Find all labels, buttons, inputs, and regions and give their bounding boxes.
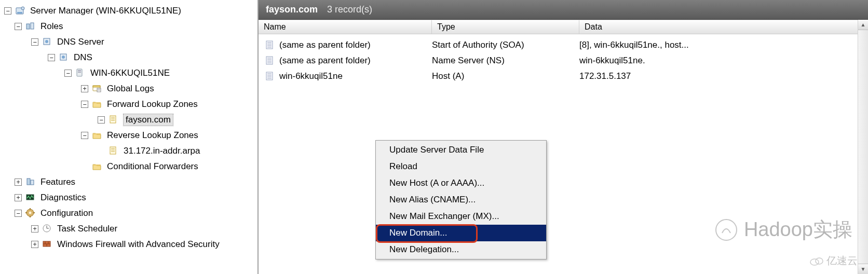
context-menu-item[interactable]: New Mail Exchanger (MX)...	[376, 208, 546, 225]
features-icon	[25, 176, 36, 188]
record-name: (same as parent folder)	[279, 40, 432, 50]
column-headers: Name Type Data	[259, 20, 868, 34]
watermark-main: Hadoop实操	[715, 216, 852, 243]
scroll-down-button[interactable]: ▼	[858, 264, 868, 274]
context-menu-item[interactable]: New Delegation...	[376, 241, 546, 258]
record-icon	[264, 54, 276, 67]
expand-icon[interactable]: +	[81, 85, 88, 92]
tree-label: Features	[40, 177, 75, 187]
collapse-icon[interactable]: −	[4, 7, 11, 15]
record-row[interactable]: win-6kkuqil51ne Host (A) 172.31.5.137	[259, 68, 868, 84]
vertical-scrollbar[interactable]: ▲ ▼	[858, 20, 868, 274]
tree-node-dns-server[interactable]: − DNS Server	[0, 34, 257, 50]
expand-icon[interactable]: +	[31, 241, 38, 248]
tree-node-cond-fwd[interactable]: Conditional Forwarders	[0, 159, 257, 174]
column-header-name[interactable]: Name	[259, 20, 432, 34]
context-menu-item[interactable]: Reload	[376, 158, 546, 175]
record-type: Host (A)	[432, 71, 579, 81]
tree-label: DNS Server	[57, 37, 104, 47]
collapse-icon[interactable]: −	[15, 210, 22, 217]
dns-server-icon	[42, 36, 53, 48]
watermark-sub-label: 亿速云	[826, 254, 858, 268]
tree-label-selected: fayson.com	[124, 114, 173, 126]
scroll-up-button[interactable]: ▲	[858, 20, 868, 30]
watermark-sub: 亿速云	[810, 254, 858, 268]
collapse-icon[interactable]: −	[15, 23, 22, 30]
tree-node-task-scheduler[interactable]: + Task Scheduler	[0, 221, 257, 237]
column-header-data[interactable]: Data	[579, 20, 868, 34]
tree-label: Conditional Forwarders	[107, 161, 198, 172]
gear-icon	[25, 208, 36, 219]
expand-icon[interactable]: +	[15, 194, 22, 201]
tree-node-rev-zone-arpa[interactable]: 31.172.in-addr.arpa	[0, 143, 257, 159]
folder-icon	[91, 99, 103, 110]
context-menu-item[interactable]: New Domain...	[376, 225, 546, 241]
server-manager-icon	[15, 5, 26, 17]
tree-node-roles[interactable]: − Roles	[0, 19, 257, 34]
tree-label: Forward Lookup Zones	[107, 99, 198, 109]
tree-label: Global Logs	[107, 84, 154, 94]
tree-node-server-manager[interactable]: − Server Manager (WIN-6KKUQIL51NE)	[0, 3, 257, 19]
collapse-icon[interactable]: −	[31, 38, 38, 46]
column-header-type[interactable]: Type	[432, 20, 579, 34]
roles-icon	[25, 21, 36, 32]
context-menu-item[interactable]: Update Server Data File	[376, 142, 546, 158]
record-data: win-6kkuqil51ne.	[579, 56, 868, 66]
tree-node-features[interactable]: + Features	[0, 174, 257, 190]
svg-point-42	[716, 220, 737, 240]
context-menu-item[interactable]: New Alias (CNAME)...	[376, 191, 546, 208]
tree-node-host[interactable]: − WIN-6KKUQIL51NE	[0, 65, 257, 81]
zone-icon	[108, 145, 119, 157]
diagnostics-icon	[25, 192, 36, 203]
record-row[interactable]: (same as parent folder) Start of Authori…	[259, 37, 868, 53]
tree-label: Server Manager (WIN-6KKUQIL51NE)	[30, 6, 181, 16]
detail-header: fayson.com 3 record(s)	[259, 0, 868, 20]
tree-pane: − Server Manager (WIN-6KKUQIL51NE) − Rol…	[0, 0, 259, 274]
svg-point-43	[810, 259, 819, 265]
tree-label: WIN-6KKUQIL51NE	[90, 68, 170, 78]
collapse-icon[interactable]: −	[48, 54, 55, 61]
record-icon	[264, 70, 276, 83]
tree-label: Configuration	[40, 208, 93, 218]
tree-node-zone-fayson[interactable]: − fayson.com	[0, 112, 257, 128]
collapse-icon[interactable]: −	[64, 70, 72, 77]
tree-node-global-logs[interactable]: + Global Logs	[0, 81, 257, 97]
firewall-icon	[42, 239, 53, 250]
expand-icon[interactable]: +	[15, 179, 22, 186]
folder-icon	[91, 130, 103, 141]
tree-node-firewall[interactable]: + Windows Firewall with Advanced Securit…	[0, 237, 257, 252]
dns-icon	[58, 52, 70, 63]
host-icon	[75, 67, 86, 79]
tree-node-configuration[interactable]: − Configuration	[0, 206, 257, 221]
tree-label: Diagnostics	[40, 193, 86, 203]
clock-icon	[42, 223, 53, 235]
header-zone-name: fayson.com	[266, 4, 318, 15]
spacer	[81, 163, 88, 170]
expand-icon[interactable]: +	[31, 225, 38, 232]
collapse-icon[interactable]: −	[98, 116, 105, 124]
record-icon	[264, 39, 276, 51]
tree-node-fwd-zones[interactable]: − Forward Lookup Zones	[0, 97, 257, 112]
watermark-label: Hadoop实操	[744, 216, 852, 243]
tree-label: DNS	[74, 52, 92, 63]
logs-icon	[91, 83, 103, 94]
tree-node-diagnostics[interactable]: + Diagnostics	[0, 190, 257, 206]
record-type: Start of Authority (SOA)	[432, 40, 579, 50]
tree-label: 31.172.in-addr.arpa	[124, 146, 200, 156]
context-menu-item[interactable]: New Host (A or AAAA)...	[376, 175, 546, 191]
tree-label: Task Scheduler	[57, 224, 117, 234]
collapse-icon[interactable]: −	[81, 101, 88, 108]
record-name: win-6kkuqil51ne	[279, 71, 432, 81]
folder-icon	[91, 161, 103, 172]
tree-label: Roles	[40, 21, 63, 32]
record-list: (same as parent folder) Start of Authori…	[259, 34, 868, 87]
record-name: (same as parent folder)	[279, 56, 432, 66]
context-menu: Update Server Data FileReloadNew Host (A…	[375, 140, 547, 259]
tree-node-dns[interactable]: − DNS	[0, 50, 257, 65]
record-data: 172.31.5.137	[579, 71, 868, 81]
header-record-count: 3 record(s)	[327, 4, 372, 15]
collapse-icon[interactable]: −	[81, 132, 88, 139]
tree-node-rev-zones[interactable]: − Reverse Lookup Zones	[0, 128, 257, 143]
record-row[interactable]: (same as parent folder) Name Server (NS)…	[259, 53, 868, 68]
zone-icon	[108, 114, 119, 126]
